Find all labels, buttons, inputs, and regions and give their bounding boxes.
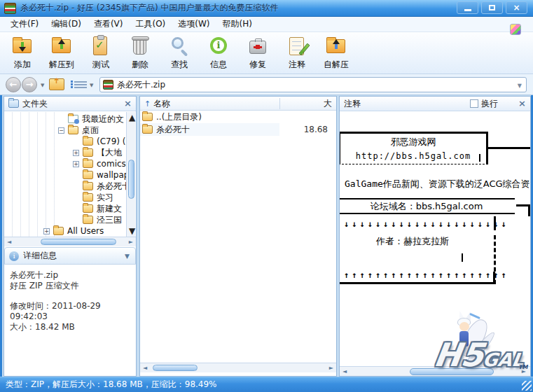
tree-item-0[interactable]: 我最近的文 bbox=[58, 113, 124, 125]
tree-vscroll-thumb[interactable] bbox=[128, 160, 134, 199]
tree-item-4[interactable]: +comicsh bbox=[73, 158, 127, 169]
tree-item-label: comicsh bbox=[97, 159, 127, 169]
tree-item-3[interactable]: +【大地 bbox=[73, 147, 122, 158]
expand-plus-icon[interactable]: + bbox=[73, 150, 79, 156]
tree-item-label: 【大地 bbox=[97, 147, 122, 159]
forward-icon: → bbox=[26, 79, 34, 90]
tree-item-label: 杀必死十 bbox=[97, 181, 127, 192]
menu-item-5[interactable]: 帮助(H) bbox=[216, 17, 258, 31]
address-combobox[interactable]: 杀必死十.zip ▼ bbox=[99, 77, 527, 92]
toolbar-button-注释[interactable]: 注释 bbox=[277, 35, 317, 73]
toolbar-label: 信息 bbox=[210, 59, 227, 71]
comment-hscroll-thumb[interactable] bbox=[410, 368, 494, 375]
file-size: 18.68 bbox=[304, 125, 328, 134]
toolbar-button-修复[interactable]: 修复 bbox=[238, 35, 277, 73]
tree-item-6[interactable]: 杀必死十 bbox=[73, 181, 127, 192]
open-folder-icon bbox=[68, 126, 78, 134]
toolbar-button-添加[interactable]: 添加 bbox=[3, 35, 42, 73]
expand-plus-icon[interactable]: + bbox=[43, 228, 50, 234]
tree-hscroll-thumb[interactable] bbox=[41, 239, 116, 245]
menu-item-1[interactable]: 编辑(D) bbox=[45, 17, 88, 31]
folders-panel-header: 文件夹 × bbox=[4, 97, 136, 111]
theme-skin-icon[interactable] bbox=[510, 24, 521, 35]
toolbar-label: 自解压 bbox=[324, 59, 349, 71]
folders-panel: 文件夹 × 我最近的文−桌面(C79) (同+【大地+comicshwallpa… bbox=[4, 96, 137, 377]
tree-scroll-up-icon[interactable]: ▲ bbox=[129, 113, 135, 122]
word-wrap-checkbox[interactable] bbox=[470, 99, 478, 108]
view-mode-icon[interactable] bbox=[74, 80, 87, 90]
folders-close-icon[interactable]: × bbox=[124, 98, 132, 108]
history-dropdown-icon[interactable]: ▼ bbox=[41, 83, 44, 88]
collapse-minus-icon[interactable]: − bbox=[58, 127, 64, 134]
tree-item-10[interactable]: +All Users bbox=[43, 225, 104, 237]
view-dropdown-icon[interactable]: ▼ bbox=[90, 83, 93, 88]
comment-horizontal-scrollbar[interactable]: ◄ ► bbox=[340, 366, 530, 376]
size-column-header[interactable]: 大 bbox=[324, 98, 332, 110]
address-dropdown-icon[interactable]: ▼ bbox=[518, 83, 522, 89]
menu-item-0[interactable]: 文件(F) bbox=[4, 17, 45, 31]
file-list-row[interactable]: 杀必死十18.68 bbox=[140, 123, 336, 136]
window-title: 杀必死十.zip - 好压 (2345旗下产品) 中国用户量最大的免费压缩软件 bbox=[20, 2, 279, 14]
comment-panel-title: 注释 bbox=[344, 98, 361, 110]
list-scroll-right-icon[interactable]: ► bbox=[329, 364, 333, 372]
comment-body[interactable]: 邪恶游戏网 http://bbs.h5gal.com 、GalGame作品新闻、… bbox=[340, 112, 530, 366]
tree-vertical-scrollbar[interactable]: ▲ ▼ bbox=[126, 112, 135, 237]
file-list-row[interactable]: ..(上层目录) bbox=[140, 111, 336, 123]
details-size: 大小：18.42 MB bbox=[10, 322, 130, 332]
tree-item-2[interactable]: (C79) (同 bbox=[73, 136, 127, 147]
list-hscroll-thumb[interactable] bbox=[153, 365, 198, 371]
menu-item-3[interactable]: 工具(O) bbox=[129, 17, 172, 31]
toolbar-button-自解压[interactable]: 自解压 bbox=[317, 35, 356, 73]
tree-item-7[interactable]: 实习 bbox=[73, 192, 113, 203]
toolbar-button-测试[interactable]: ✓测试 bbox=[81, 35, 120, 73]
list-scroll-left-icon[interactable]: ◄ bbox=[143, 364, 147, 372]
arrows-down-row: ↓↓↓↓↓↓↓↓↓↓↓↓↓↓↓↓↓↓↓↓↓ bbox=[344, 219, 509, 229]
tree-item-label: 新建文 bbox=[97, 203, 122, 215]
tree-item-label: 实习 bbox=[97, 192, 113, 204]
test-archive-icon: ✓ bbox=[89, 35, 113, 57]
tree-scroll-left-icon[interactable]: ◄ bbox=[7, 238, 11, 246]
menu-item-4[interactable]: 选项(W) bbox=[172, 17, 216, 31]
name-column-header[interactable]: ↑ 名称 bbox=[144, 98, 170, 110]
menu-bar: 文件(F)编辑(D)查看(V)工具(O)选项(W)帮助(H) bbox=[0, 17, 533, 32]
folder-icon bbox=[53, 227, 64, 235]
folder-icon bbox=[83, 148, 93, 157]
toolbar-button-信息[interactable]: i信息 bbox=[199, 35, 238, 73]
expand-plus-icon[interactable]: + bbox=[73, 161, 79, 167]
list-horizontal-scrollbar[interactable]: ◄ ► bbox=[140, 363, 336, 372]
folders-panel-title: 文件夹 bbox=[22, 98, 48, 110]
comment-scroll-right-icon[interactable]: ► bbox=[522, 368, 526, 376]
maximize-button[interactable] bbox=[481, 1, 503, 14]
forward-button[interactable]: → bbox=[22, 77, 37, 92]
tree-item-9[interactable]: 泾三国 bbox=[73, 214, 122, 225]
details-panel-header[interactable]: i 详细信息 ▼ bbox=[4, 247, 136, 265]
toolbar-button-删除[interactable]: 删除 bbox=[120, 35, 160, 73]
minimize-button[interactable] bbox=[457, 1, 478, 14]
column-divider[interactable] bbox=[279, 98, 280, 109]
close-button[interactable]: × bbox=[506, 1, 527, 14]
address-bar: ← → ▼ ▼ 杀必死十.zip ▼ bbox=[0, 74, 533, 95]
tree-scroll-down-icon[interactable]: ▼ bbox=[129, 227, 135, 235]
folder-icon bbox=[142, 125, 153, 134]
up-one-level-icon[interactable] bbox=[49, 78, 64, 90]
comment-scroll-left-icon[interactable]: ◄ bbox=[342, 368, 347, 376]
tree-horizontal-scrollbar[interactable]: ◄ ► bbox=[4, 237, 136, 246]
details-collapse-icon[interactable]: ▼ bbox=[125, 253, 130, 260]
resize-grip[interactable] bbox=[522, 381, 532, 391]
details-panel-body: 杀必死十.zip 好压 ZIP 压缩文件 修改时间：2011-08-29 09:… bbox=[4, 265, 136, 377]
toolbar-label: 注释 bbox=[289, 59, 305, 71]
toolbar-button-查找[interactable]: 查找 bbox=[160, 35, 199, 73]
tree-item-1[interactable]: −桌面 bbox=[58, 125, 99, 136]
delete-icon bbox=[128, 35, 152, 57]
back-button[interactable]: ← bbox=[6, 77, 21, 92]
tree-scroll-right-icon[interactable]: ► bbox=[129, 238, 133, 246]
comment-close-icon[interactable]: × bbox=[518, 98, 526, 108]
word-wrap-label: 换行 bbox=[481, 98, 498, 110]
forum-domain-box: 论坛域名：bbs.h5gal.com bbox=[340, 198, 515, 214]
tree-item-8[interactable]: 新建文 bbox=[73, 203, 122, 214]
site-url: http://bbs.h5gal.com bbox=[340, 151, 486, 161]
toolbar-button-解压到[interactable]: 解压到 bbox=[42, 35, 81, 73]
tree-item-5[interactable]: wallpape bbox=[73, 169, 127, 181]
menu-item-2[interactable]: 查看(V) bbox=[88, 17, 130, 31]
comment-panel: 注释 换行 × 邪恶游戏网 http://bbs.h5gal.com 、GalG… bbox=[339, 96, 531, 377]
